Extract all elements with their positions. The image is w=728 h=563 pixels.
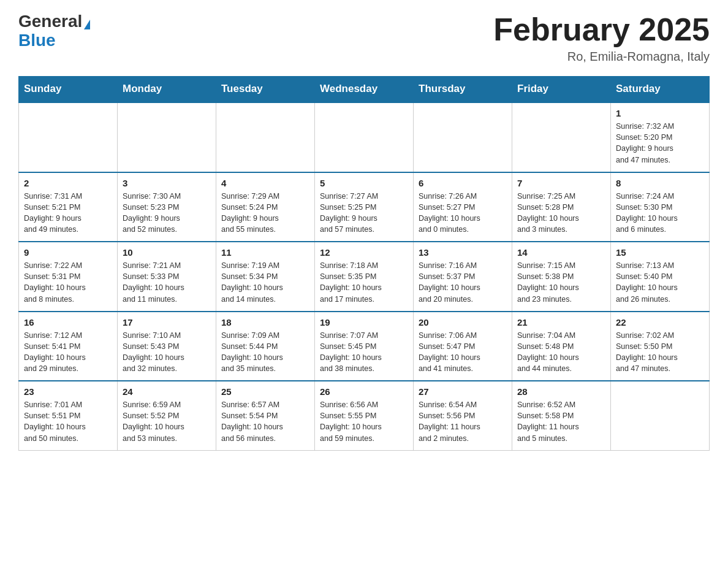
calendar-cell: [19, 102, 118, 172]
day-number: 26: [320, 386, 408, 397]
column-header-saturday: Saturday: [611, 77, 710, 102]
calendar-week-row: 2Sunrise: 7:31 AM Sunset: 5:21 PM Daylig…: [19, 172, 710, 242]
calendar-cell: 6Sunrise: 7:26 AM Sunset: 5:27 PM Daylig…: [414, 172, 512, 242]
day-number: 22: [616, 317, 704, 327]
day-number: 13: [419, 247, 507, 258]
day-number: 19: [320, 317, 408, 327]
day-info: Sunrise: 7:16 AM Sunset: 5:37 PM Dayligh…: [419, 260, 507, 305]
calendar-cell: [512, 102, 611, 172]
day-number: 24: [123, 386, 211, 397]
calendar-cell: 17Sunrise: 7:10 AM Sunset: 5:43 PM Dayli…: [118, 312, 216, 381]
day-info: Sunrise: 7:02 AM Sunset: 5:50 PM Dayligh…: [616, 330, 704, 375]
calendar-cell: 1Sunrise: 7:32 AM Sunset: 5:20 PM Daylig…: [611, 102, 710, 172]
column-header-friday: Friday: [512, 77, 611, 102]
calendar-cell: 5Sunrise: 7:27 AM Sunset: 5:25 PM Daylig…: [315, 172, 414, 242]
calendar-week-row: 9Sunrise: 7:22 AM Sunset: 5:31 PM Daylig…: [19, 242, 710, 312]
calendar-header-row: SundayMondayTuesdayWednesdayThursdayFrid…: [19, 77, 710, 102]
month-title: February 2025: [493, 12, 710, 47]
page-header: General Blue February 2025 Ro, Emilia-Ro…: [18, 12, 710, 64]
calendar-cell: 8Sunrise: 7:24 AM Sunset: 5:30 PM Daylig…: [611, 172, 710, 242]
day-info: Sunrise: 7:24 AM Sunset: 5:30 PM Dayligh…: [616, 191, 704, 236]
calendar-cell: 27Sunrise: 6:54 AM Sunset: 5:56 PM Dayli…: [414, 381, 512, 450]
day-number: 11: [221, 247, 309, 258]
calendar-cell: 19Sunrise: 7:07 AM Sunset: 5:45 PM Dayli…: [315, 312, 414, 381]
day-number: 5: [320, 178, 408, 188]
calendar-cell: 22Sunrise: 7:02 AM Sunset: 5:50 PM Dayli…: [611, 312, 710, 381]
day-info: Sunrise: 7:06 AM Sunset: 5:47 PM Dayligh…: [419, 330, 507, 375]
logo: General Blue: [18, 12, 90, 50]
calendar-cell: 2Sunrise: 7:31 AM Sunset: 5:21 PM Daylig…: [19, 172, 118, 242]
day-info: Sunrise: 7:32 AM Sunset: 5:20 PM Dayligh…: [616, 121, 704, 166]
day-number: 4: [221, 178, 309, 188]
calendar-cell: 13Sunrise: 7:16 AM Sunset: 5:37 PM Dayli…: [414, 242, 512, 312]
day-info: Sunrise: 7:27 AM Sunset: 5:25 PM Dayligh…: [320, 191, 408, 236]
day-info: Sunrise: 7:19 AM Sunset: 5:34 PM Dayligh…: [221, 260, 309, 305]
calendar-cell: 28Sunrise: 6:52 AM Sunset: 5:58 PM Dayli…: [512, 381, 611, 450]
calendar-week-row: 23Sunrise: 7:01 AM Sunset: 5:51 PM Dayli…: [19, 381, 710, 450]
day-info: Sunrise: 6:52 AM Sunset: 5:58 PM Dayligh…: [517, 399, 605, 444]
calendar-cell: 12Sunrise: 7:18 AM Sunset: 5:35 PM Dayli…: [315, 242, 414, 312]
day-info: Sunrise: 6:56 AM Sunset: 5:55 PM Dayligh…: [320, 399, 408, 444]
title-section: February 2025 Ro, Emilia-Romagna, Italy: [493, 12, 710, 64]
day-info: Sunrise: 7:18 AM Sunset: 5:35 PM Dayligh…: [320, 260, 408, 305]
column-header-monday: Monday: [118, 77, 216, 102]
day-info: Sunrise: 7:10 AM Sunset: 5:43 PM Dayligh…: [123, 330, 211, 375]
calendar-cell: 21Sunrise: 7:04 AM Sunset: 5:48 PM Dayli…: [512, 312, 611, 381]
day-number: 3: [123, 178, 211, 188]
logo-line1: General: [18, 12, 90, 31]
column-header-sunday: Sunday: [19, 77, 118, 102]
day-number: 16: [24, 317, 112, 327]
column-header-wednesday: Wednesday: [315, 77, 414, 102]
day-info: Sunrise: 7:25 AM Sunset: 5:28 PM Dayligh…: [517, 191, 605, 236]
calendar-table: SundayMondayTuesdayWednesdayThursdayFrid…: [18, 76, 710, 451]
day-number: 15: [616, 247, 704, 258]
day-number: 1: [616, 108, 704, 118]
day-info: Sunrise: 7:15 AM Sunset: 5:38 PM Dayligh…: [517, 260, 605, 305]
calendar-cell: 23Sunrise: 7:01 AM Sunset: 5:51 PM Dayli…: [19, 381, 118, 450]
day-number: 18: [221, 317, 309, 327]
day-number: 10: [123, 247, 211, 258]
day-number: 25: [221, 386, 309, 397]
day-info: Sunrise: 7:21 AM Sunset: 5:33 PM Dayligh…: [123, 260, 211, 305]
calendar-week-row: 1Sunrise: 7:32 AM Sunset: 5:20 PM Daylig…: [19, 102, 710, 172]
day-info: Sunrise: 7:31 AM Sunset: 5:21 PM Dayligh…: [24, 191, 112, 236]
day-info: Sunrise: 6:57 AM Sunset: 5:54 PM Dayligh…: [221, 399, 309, 444]
calendar-cell: 20Sunrise: 7:06 AM Sunset: 5:47 PM Dayli…: [414, 312, 512, 381]
day-number: 2: [24, 178, 112, 188]
calendar-cell: 18Sunrise: 7:09 AM Sunset: 5:44 PM Dayli…: [216, 312, 315, 381]
calendar-cell: 16Sunrise: 7:12 AM Sunset: 5:41 PM Dayli…: [19, 312, 118, 381]
day-number: 8: [616, 178, 704, 188]
day-number: 14: [517, 247, 605, 258]
calendar-cell: [315, 102, 414, 172]
day-info: Sunrise: 7:12 AM Sunset: 5:41 PM Dayligh…: [24, 330, 112, 375]
day-info: Sunrise: 7:30 AM Sunset: 5:23 PM Dayligh…: [123, 191, 211, 236]
day-info: Sunrise: 7:29 AM Sunset: 5:24 PM Dayligh…: [221, 191, 309, 236]
calendar-cell: 24Sunrise: 6:59 AM Sunset: 5:52 PM Dayli…: [118, 381, 216, 450]
day-number: 9: [24, 247, 112, 258]
calendar-cell: 11Sunrise: 7:19 AM Sunset: 5:34 PM Dayli…: [216, 242, 315, 312]
calendar-cell: [611, 381, 710, 450]
day-number: 27: [419, 386, 507, 397]
day-info: Sunrise: 7:04 AM Sunset: 5:48 PM Dayligh…: [517, 330, 605, 375]
logo-triangle-icon: [84, 20, 90, 29]
logo-general-text: General: [18, 12, 82, 31]
day-info: Sunrise: 6:54 AM Sunset: 5:56 PM Dayligh…: [419, 399, 507, 444]
day-number: 28: [517, 386, 605, 397]
calendar-cell: [118, 102, 216, 172]
day-info: Sunrise: 7:01 AM Sunset: 5:51 PM Dayligh…: [24, 399, 112, 444]
calendar-week-row: 16Sunrise: 7:12 AM Sunset: 5:41 PM Dayli…: [19, 312, 710, 381]
calendar-cell: 26Sunrise: 6:56 AM Sunset: 5:55 PM Dayli…: [315, 381, 414, 450]
calendar-cell: 15Sunrise: 7:13 AM Sunset: 5:40 PM Dayli…: [611, 242, 710, 312]
calendar-cell: [216, 102, 315, 172]
day-number: 7: [517, 178, 605, 188]
calendar-cell: 3Sunrise: 7:30 AM Sunset: 5:23 PM Daylig…: [118, 172, 216, 242]
day-number: 23: [24, 386, 112, 397]
location-text: Ro, Emilia-Romagna, Italy: [493, 50, 710, 64]
day-info: Sunrise: 6:59 AM Sunset: 5:52 PM Dayligh…: [123, 399, 211, 444]
calendar-cell: 7Sunrise: 7:25 AM Sunset: 5:28 PM Daylig…: [512, 172, 611, 242]
calendar-cell: 14Sunrise: 7:15 AM Sunset: 5:38 PM Dayli…: [512, 242, 611, 312]
calendar-cell: 25Sunrise: 6:57 AM Sunset: 5:54 PM Dayli…: [216, 381, 315, 450]
calendar-cell: 10Sunrise: 7:21 AM Sunset: 5:33 PM Dayli…: [118, 242, 216, 312]
logo-blue-text: Blue: [18, 31, 56, 50]
calendar-cell: 9Sunrise: 7:22 AM Sunset: 5:31 PM Daylig…: [19, 242, 118, 312]
